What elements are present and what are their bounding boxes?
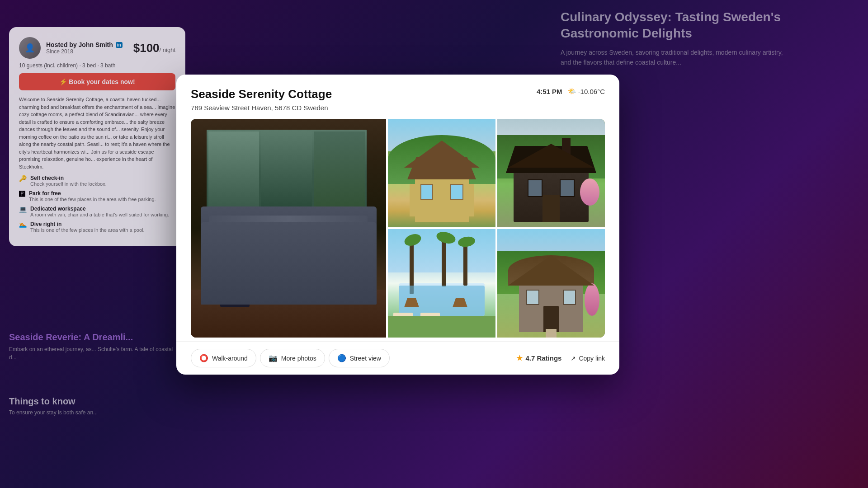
more-photos-label: More photos: [281, 355, 316, 362]
street-view-icon: 🔵: [337, 354, 346, 362]
workspace-icon: 💻: [19, 206, 27, 213]
bg-feature-title-1: Self check-in: [30, 175, 107, 181]
thatched-photo: [497, 229, 605, 338]
bg-feature-title-4: Dive right in: [30, 221, 145, 227]
interior-photo: [191, 119, 386, 338]
walk-around-button[interactable]: ⭕ Walk-around: [191, 349, 256, 367]
temperature: -10.06°C: [578, 88, 605, 95]
bg-linkedin-icon: in: [116, 42, 123, 48]
walk-around-label: Walk-around: [212, 355, 248, 362]
walk-around-icon: ⭕: [199, 354, 208, 362]
weather-icon: 🌤️: [568, 87, 576, 95]
toolbar-info: ★ 4.7 Ratings ↗ Copy link: [516, 354, 605, 362]
bg-host-name: Hosted by John Smith: [46, 41, 113, 48]
bg-article-text: A journey across Sweden, savoring tradit…: [561, 47, 791, 68]
self-checkin-icon: 🔑: [19, 175, 27, 182]
copy-link-label: Copy link: [579, 355, 605, 362]
bg-description: Welcome to Seaside Serenity Cottage, a c…: [19, 96, 175, 170]
toolbar-actions: ⭕ Walk-around 📷 More photos 🔵 Street vie…: [191, 349, 390, 367]
bg-article-title: Culinary Odyssey: Tasting Sweden's Gastr…: [561, 9, 791, 42]
photo-cottage-2: [497, 119, 605, 227]
bg-price: $100/ night: [133, 41, 175, 55]
photo-cottage-1: [388, 119, 495, 227]
bg-feature-title-2: Park for free: [29, 190, 156, 197]
copy-link-button[interactable]: ↗ Copy link: [571, 355, 605, 362]
cottage-1-photo: [388, 119, 495, 227]
property-modal: Seaside Serenity Cottage 789 Seaview Str…: [176, 75, 619, 375]
photo-thatched: [497, 229, 605, 338]
bg-feature-title-3: Dedicated workspace: [30, 206, 169, 212]
street-view-label: Street view: [350, 355, 381, 362]
bg-avatar: 👤: [19, 37, 41, 59]
bg-feature-desc-3: A room with wifi, chair and a table that…: [30, 212, 169, 217]
bg-guests-info: 10 guests (incl. children) · 3 bed · 3 b…: [19, 62, 175, 69]
bg-since: Since 2018: [46, 48, 123, 55]
modal-header: Seaside Serenity Cottage 789 Seaview Str…: [176, 75, 619, 119]
modal-toolbar: ⭕ Walk-around 📷 More photos 🔵 Street vie…: [176, 341, 619, 375]
rating-value: 4.7 Ratings: [525, 354, 561, 362]
cottage-2-photo: [497, 119, 605, 227]
park-icon: 🅿: [19, 190, 25, 197]
modal-time: 4:51 PM: [537, 88, 562, 95]
photo-tropical: [388, 229, 495, 338]
more-photos-icon: 📷: [269, 354, 278, 362]
bg-feature-desc-4: This is one of the few places in the are…: [30, 227, 145, 233]
bg-feature-desc-2: This is one of the few places in the are…: [29, 197, 156, 202]
tropical-photo: [388, 229, 495, 338]
pool-icon: 🏊: [19, 221, 27, 228]
photo-main: [191, 119, 386, 338]
modal-meta: 4:51 PM 🌤️ -10.06°C: [537, 87, 605, 95]
modal-title: Seaside Serenity Cottage: [191, 87, 332, 101]
modal-address: 789 Seaview Street Haven, 5678 CD Sweden: [191, 104, 332, 112]
share-icon: ↗: [571, 355, 576, 362]
photo-grid: [191, 119, 605, 338]
bg-seaside-text: Embark on an ethereal journey, as... Sch…: [9, 345, 181, 361]
bg-seaside-title: Seaside Reverie: A Dreamli...: [9, 332, 181, 343]
bg-book-button[interactable]: ⚡ Book your dates now!: [19, 73, 175, 90]
modal-weather: 🌤️ -10.06°C: [568, 87, 605, 95]
rating-display: ★ 4.7 Ratings: [516, 354, 561, 362]
more-photos-button[interactable]: 📷 More photos: [260, 349, 325, 367]
bg-feature-desc-1: Check yourself in with the lockbox.: [30, 181, 107, 187]
star-icon: ★: [516, 354, 523, 362]
bg-things-text: To ensure your stay is both safe an...: [9, 409, 98, 416]
street-view-button[interactable]: 🔵 Street view: [329, 349, 390, 367]
bg-things-title: Things to know: [9, 396, 98, 407]
